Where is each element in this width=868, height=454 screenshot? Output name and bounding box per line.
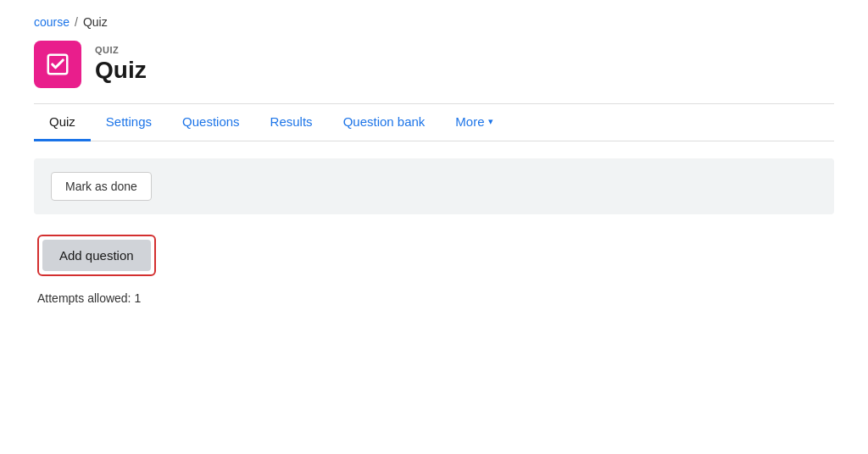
attempts-text: Attempts allowed: 1	[37, 291, 831, 305]
nav-tabs: Quiz Settings Questions Results Question…	[34, 104, 834, 141]
tab-settings[interactable]: Settings	[91, 104, 167, 141]
action-bar: Mark as done	[34, 158, 834, 214]
header-label: QUIZ	[95, 45, 147, 55]
page-header: QUIZ Quiz	[34, 41, 834, 88]
content-area: Add question Attempts allowed: 1	[34, 235, 834, 305]
breadcrumb: course / Quiz	[34, 15, 834, 29]
tab-more-label: More	[455, 114, 484, 129]
tab-quiz[interactable]: Quiz	[34, 104, 91, 141]
mark-done-button[interactable]: Mark as done	[51, 172, 152, 201]
page-title: Quiz	[95, 57, 147, 84]
add-question-button[interactable]: Add question	[42, 240, 151, 271]
header-text: QUIZ Quiz	[95, 45, 147, 84]
chevron-down-icon: ▾	[488, 116, 493, 127]
breadcrumb-separator: /	[75, 15, 78, 29]
breadcrumb-current: Quiz	[83, 15, 108, 29]
quiz-icon	[34, 41, 81, 88]
breadcrumb-link[interactable]: course	[34, 15, 70, 29]
tab-results[interactable]: Results	[255, 104, 328, 141]
tab-question-bank[interactable]: Question bank	[328, 104, 441, 141]
tab-more[interactable]: More ▾	[440, 104, 508, 141]
add-question-highlight: Add question	[37, 235, 156, 276]
tab-questions[interactable]: Questions	[167, 104, 255, 141]
